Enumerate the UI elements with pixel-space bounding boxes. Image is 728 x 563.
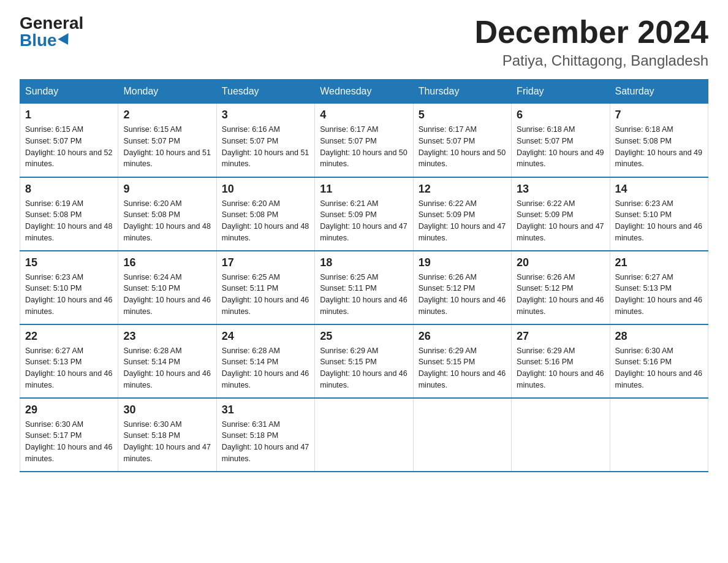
calendar-cell: 14 Sunrise: 6:23 AM Sunset: 5:10 PM Dayl… (610, 177, 708, 251)
calendar-cell (610, 398, 708, 472)
day-number: 15 (25, 256, 113, 269)
day-info: Sunrise: 6:20 AM Sunset: 5:08 PM Dayligh… (222, 198, 309, 244)
day-info: Sunrise: 6:21 AM Sunset: 5:09 PM Dayligh… (320, 198, 408, 244)
day-info: Sunrise: 6:28 AM Sunset: 5:14 PM Dayligh… (222, 345, 309, 391)
calendar-cell: 30 Sunrise: 6:30 AM Sunset: 5:18 PM Dayl… (118, 398, 216, 472)
day-number: 20 (517, 256, 604, 269)
day-info: Sunrise: 6:27 AM Sunset: 5:13 PM Dayligh… (25, 345, 113, 391)
calendar-cell: 27 Sunrise: 6:29 AM Sunset: 5:16 PM Dayl… (512, 324, 610, 398)
calendar-cell: 31 Sunrise: 6:31 AM Sunset: 5:18 PM Dayl… (216, 398, 314, 472)
calendar-week-row: 8 Sunrise: 6:19 AM Sunset: 5:08 PM Dayli… (20, 177, 708, 251)
day-number: 9 (123, 183, 211, 196)
day-number: 25 (320, 330, 408, 343)
day-info: Sunrise: 6:29 AM Sunset: 5:15 PM Dayligh… (419, 345, 506, 391)
day-number: 16 (123, 256, 211, 269)
day-number: 5 (419, 109, 506, 121)
calendar-cell: 1 Sunrise: 6:15 AM Sunset: 5:07 PM Dayli… (20, 104, 118, 177)
day-number: 8 (25, 183, 113, 196)
day-number: 24 (222, 330, 309, 343)
day-number: 4 (320, 109, 408, 121)
calendar-cell: 18 Sunrise: 6:25 AM Sunset: 5:11 PM Dayl… (315, 251, 413, 324)
day-number: 23 (123, 330, 211, 343)
day-info: Sunrise: 6:30 AM Sunset: 5:17 PM Dayligh… (25, 419, 113, 465)
calendar-cell: 6 Sunrise: 6:18 AM Sunset: 5:07 PM Dayli… (512, 104, 610, 177)
day-info: Sunrise: 6:22 AM Sunset: 5:09 PM Dayligh… (517, 198, 604, 244)
day-number: 31 (222, 404, 309, 416)
calendar-cell: 23 Sunrise: 6:28 AM Sunset: 5:14 PM Dayl… (118, 324, 216, 398)
day-info: Sunrise: 6:15 AM Sunset: 5:07 PM Dayligh… (25, 124, 113, 170)
calendar-cell: 10 Sunrise: 6:20 AM Sunset: 5:08 PM Dayl… (216, 177, 314, 251)
day-number: 26 (419, 330, 506, 343)
day-number: 19 (419, 256, 506, 269)
day-number: 12 (419, 183, 506, 196)
day-info: Sunrise: 6:22 AM Sunset: 5:09 PM Dayligh… (419, 198, 506, 244)
title-block: December 2024 Patiya, Chittagong, Bangla… (474, 15, 708, 69)
logo-blue-text: Blue (20, 32, 72, 49)
header-wednesday: Wednesday (315, 80, 413, 104)
calendar-cell: 24 Sunrise: 6:28 AM Sunset: 5:14 PM Dayl… (216, 324, 314, 398)
header-sunday: Sunday (20, 80, 118, 104)
day-number: 17 (222, 256, 309, 269)
day-info: Sunrise: 6:16 AM Sunset: 5:07 PM Dayligh… (222, 124, 309, 170)
day-number: 13 (517, 183, 604, 196)
day-number: 6 (517, 109, 604, 121)
day-info: Sunrise: 6:29 AM Sunset: 5:15 PM Dayligh… (320, 345, 408, 391)
day-info: Sunrise: 6:20 AM Sunset: 5:08 PM Dayligh… (123, 198, 211, 244)
calendar-cell: 22 Sunrise: 6:27 AM Sunset: 5:13 PM Dayl… (20, 324, 118, 398)
day-number: 14 (615, 183, 703, 196)
day-number: 11 (320, 183, 408, 196)
day-info: Sunrise: 6:31 AM Sunset: 5:18 PM Dayligh… (222, 419, 309, 465)
calendar-week-row: 15 Sunrise: 6:23 AM Sunset: 5:10 PM Dayl… (20, 251, 708, 324)
calendar-cell: 2 Sunrise: 6:15 AM Sunset: 5:07 PM Dayli… (118, 104, 216, 177)
month-title: December 2024 (474, 15, 708, 50)
day-number: 3 (222, 109, 309, 121)
day-info: Sunrise: 6:24 AM Sunset: 5:10 PM Dayligh… (123, 272, 211, 318)
day-info: Sunrise: 6:30 AM Sunset: 5:16 PM Dayligh… (615, 345, 703, 391)
location-title: Patiya, Chittagong, Bangladesh (474, 52, 708, 69)
calendar-cell (315, 398, 413, 472)
day-number: 27 (517, 330, 604, 343)
day-info: Sunrise: 6:19 AM Sunset: 5:08 PM Dayligh… (25, 198, 113, 244)
calendar-cell: 5 Sunrise: 6:17 AM Sunset: 5:07 PM Dayli… (413, 104, 511, 177)
calendar-cell: 4 Sunrise: 6:17 AM Sunset: 5:07 PM Dayli… (315, 104, 413, 177)
day-info: Sunrise: 6:17 AM Sunset: 5:07 PM Dayligh… (320, 124, 408, 170)
page-header: General Blue December 2024 Patiya, Chitt… (20, 15, 708, 69)
header-monday: Monday (118, 80, 216, 104)
logo-general-text: General (20, 15, 83, 32)
calendar-header-row: Sunday Monday Tuesday Wednesday Thursday… (20, 80, 708, 104)
day-number: 30 (123, 404, 211, 416)
calendar-week-row: 22 Sunrise: 6:27 AM Sunset: 5:13 PM Dayl… (20, 324, 708, 398)
header-tuesday: Tuesday (216, 80, 314, 104)
day-info: Sunrise: 6:28 AM Sunset: 5:14 PM Dayligh… (123, 345, 211, 391)
day-info: Sunrise: 6:18 AM Sunset: 5:07 PM Dayligh… (517, 124, 604, 170)
day-number: 7 (615, 109, 703, 121)
day-info: Sunrise: 6:27 AM Sunset: 5:13 PM Dayligh… (615, 272, 703, 318)
calendar-cell: 12 Sunrise: 6:22 AM Sunset: 5:09 PM Dayl… (413, 177, 511, 251)
day-info: Sunrise: 6:18 AM Sunset: 5:08 PM Dayligh… (615, 124, 703, 170)
calendar-cell: 9 Sunrise: 6:20 AM Sunset: 5:08 PM Dayli… (118, 177, 216, 251)
calendar-cell: 20 Sunrise: 6:26 AM Sunset: 5:12 PM Dayl… (512, 251, 610, 324)
calendar-cell: 25 Sunrise: 6:29 AM Sunset: 5:15 PM Dayl… (315, 324, 413, 398)
calendar-cell: 29 Sunrise: 6:30 AM Sunset: 5:17 PM Dayl… (20, 398, 118, 472)
calendar-cell: 3 Sunrise: 6:16 AM Sunset: 5:07 PM Dayli… (216, 104, 314, 177)
day-info: Sunrise: 6:15 AM Sunset: 5:07 PM Dayligh… (123, 124, 211, 170)
calendar-cell: 8 Sunrise: 6:19 AM Sunset: 5:08 PM Dayli… (20, 177, 118, 251)
day-info: Sunrise: 6:17 AM Sunset: 5:07 PM Dayligh… (419, 124, 506, 170)
calendar-cell: 16 Sunrise: 6:24 AM Sunset: 5:10 PM Dayl… (118, 251, 216, 324)
header-friday: Friday (512, 80, 610, 104)
logo-triangle-icon (58, 33, 73, 48)
calendar-cell (512, 398, 610, 472)
calendar-cell: 15 Sunrise: 6:23 AM Sunset: 5:10 PM Dayl… (20, 251, 118, 324)
calendar-cell: 7 Sunrise: 6:18 AM Sunset: 5:08 PM Dayli… (610, 104, 708, 177)
day-number: 10 (222, 183, 309, 196)
day-info: Sunrise: 6:26 AM Sunset: 5:12 PM Dayligh… (419, 272, 506, 318)
day-info: Sunrise: 6:25 AM Sunset: 5:11 PM Dayligh… (320, 272, 408, 318)
day-number: 21 (615, 256, 703, 269)
calendar-cell: 13 Sunrise: 6:22 AM Sunset: 5:09 PM Dayl… (512, 177, 610, 251)
calendar-cell: 21 Sunrise: 6:27 AM Sunset: 5:13 PM Dayl… (610, 251, 708, 324)
day-info: Sunrise: 6:30 AM Sunset: 5:18 PM Dayligh… (123, 419, 211, 465)
header-thursday: Thursday (413, 80, 511, 104)
calendar-week-row: 29 Sunrise: 6:30 AM Sunset: 5:17 PM Dayl… (20, 398, 708, 472)
calendar-cell: 19 Sunrise: 6:26 AM Sunset: 5:12 PM Dayl… (413, 251, 511, 324)
calendar-table: Sunday Monday Tuesday Wednesday Thursday… (20, 79, 708, 472)
